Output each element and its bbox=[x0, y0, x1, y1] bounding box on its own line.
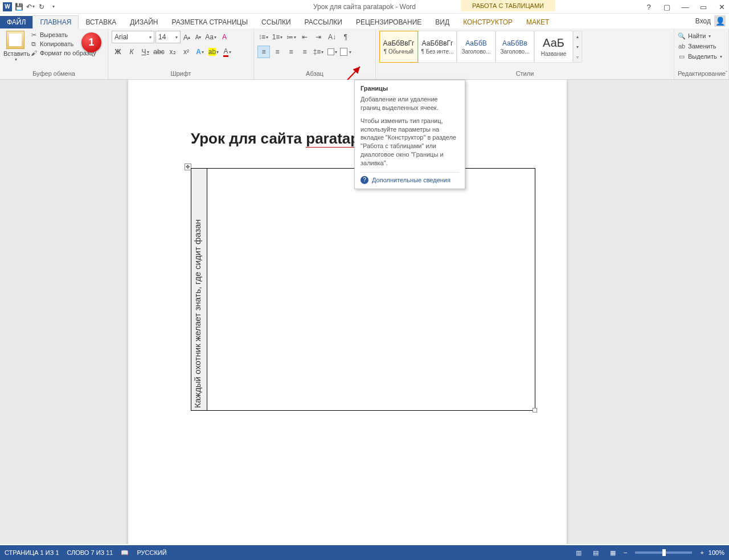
select-icon: ▭ bbox=[678, 52, 686, 60]
tab-references[interactable]: ССЫЛКИ bbox=[255, 16, 297, 28]
view-web-layout-icon[interactable]: ▦ bbox=[607, 547, 619, 558]
paste-button[interactable]: Вставить ▾ bbox=[3, 31, 27, 62]
zoom-level[interactable]: 100% bbox=[708, 549, 724, 556]
ribbon-display-icon[interactable]: ▢ bbox=[661, 1, 673, 13]
increase-indent-button[interactable]: ⇥ bbox=[312, 31, 325, 43]
word-app-icon: W bbox=[2, 2, 13, 12]
borders-button[interactable]: ▾ bbox=[339, 46, 352, 58]
clear-formatting-button[interactable]: A bbox=[218, 31, 231, 43]
zoom-out-button[interactable]: − bbox=[624, 549, 627, 556]
grow-font-button[interactable]: A▴ bbox=[182, 31, 192, 43]
tab-file[interactable]: ФАЙЛ bbox=[0, 16, 32, 28]
style-heading2[interactable]: АаБбВв Заголово... bbox=[495, 31, 534, 63]
style-heading1[interactable]: АаБбВ Заголово... bbox=[457, 31, 495, 63]
strikethrough-button[interactable]: abc bbox=[153, 46, 165, 58]
account-area: Вход 👤 bbox=[695, 15, 726, 27]
group-editing: 🔍Найти▾ abЗаменить ▭Выделить▾ Редактиров… bbox=[674, 28, 729, 79]
align-right-button[interactable]: ≡ bbox=[285, 46, 297, 58]
font-name-combobox[interactable]: Arial▾ bbox=[112, 31, 154, 43]
copy-icon: ⧉ bbox=[30, 40, 38, 48]
find-button[interactable]: 🔍Найти▾ bbox=[678, 31, 725, 41]
numbering-button[interactable]: 1≡▾ bbox=[271, 31, 284, 43]
tooltip-title: Границы bbox=[361, 85, 459, 92]
collapse-ribbon-icon[interactable]: ˆ bbox=[726, 71, 727, 77]
table-cell-1[interactable]: Каждый охотник желает знать, где сидит ф… bbox=[191, 169, 207, 410]
window-title: Урок для сайта paratapok - Word bbox=[0, 3, 729, 11]
subscript-button[interactable]: x₂ bbox=[166, 46, 179, 58]
minimize-icon[interactable]: — bbox=[679, 1, 691, 13]
align-center-button[interactable]: ≡ bbox=[271, 46, 284, 58]
redo-icon[interactable]: ↻ bbox=[36, 2, 47, 12]
window-controls: ? ▢ — ▭ ✕ bbox=[642, 0, 728, 14]
font-color-button[interactable]: A▾ bbox=[221, 46, 234, 58]
user-avatar-icon[interactable]: 👤 bbox=[714, 15, 726, 27]
maximize-icon[interactable]: ▭ bbox=[697, 1, 710, 13]
status-language[interactable]: РУССКИЙ bbox=[137, 549, 166, 556]
view-print-layout-icon[interactable]: ▤ bbox=[589, 547, 602, 558]
font-size-combobox[interactable]: 14▾ bbox=[155, 31, 181, 43]
tab-layout-table[interactable]: МАКЕТ bbox=[519, 16, 556, 28]
tab-review[interactable]: РЕЦЕНЗИРОВАНИЕ bbox=[349, 16, 428, 28]
style-no-spacing[interactable]: АаБбВвГг ¶ Без инте... bbox=[418, 31, 457, 63]
group-label-styles: Стили bbox=[379, 69, 670, 79]
help-icon[interactable]: ? bbox=[642, 1, 655, 13]
find-icon: 🔍 bbox=[678, 32, 686, 40]
bold-button[interactable]: Ж bbox=[112, 46, 124, 58]
status-proofing-icon[interactable]: 📖 bbox=[121, 549, 129, 557]
styles-up-icon[interactable]: ▴ bbox=[574, 31, 581, 42]
undo-icon[interactable]: ↶▾ bbox=[25, 2, 35, 12]
underline-button[interactable]: Ч▾ bbox=[139, 46, 151, 58]
table-tools-context-label: РАБОТА С ТАБЛИЦАМИ bbox=[461, 0, 555, 11]
shrink-font-button[interactable]: A▾ bbox=[193, 31, 203, 43]
sign-in-link[interactable]: Вход bbox=[695, 17, 711, 25]
title-bar: W 💾 ↶▾ ↻ ▾ Урок для сайта paratapok - Wo… bbox=[0, 0, 729, 14]
shading-button[interactable]: ▾ bbox=[326, 46, 338, 58]
tab-constructor[interactable]: КОНСТРУКТОР bbox=[456, 16, 519, 28]
document-table[interactable]: Каждый охотник желает знать, где сидит ф… bbox=[191, 168, 535, 411]
tooltip-more-link[interactable]: ? Дополнительные сведения bbox=[361, 172, 459, 184]
tab-home[interactable]: ГЛАВНАЯ bbox=[32, 15, 79, 29]
tab-insert[interactable]: ВСТАВКА bbox=[79, 16, 123, 28]
sort-button[interactable]: A↓ bbox=[326, 31, 338, 43]
qat-customize-icon[interactable]: ▾ bbox=[48, 2, 58, 12]
tab-design[interactable]: ДИЗАЙН bbox=[123, 16, 165, 28]
style-title[interactable]: АаБ Название bbox=[534, 31, 573, 63]
status-page[interactable]: СТРАНИЦА 1 ИЗ 1 bbox=[5, 549, 59, 556]
styles-more-icon[interactable]: ▿ bbox=[574, 52, 581, 62]
decrease-indent-button[interactable]: ⇤ bbox=[298, 31, 311, 43]
group-label-font: Шрифт bbox=[112, 69, 250, 79]
status-words[interactable]: СЛОВО 7 ИЗ 11 bbox=[67, 549, 113, 556]
italic-button[interactable]: К bbox=[125, 46, 138, 58]
tab-mailings[interactable]: РАССЫЛКИ bbox=[298, 16, 349, 28]
document-heading[interactable]: Урок для сайта paratapok bbox=[191, 130, 377, 148]
highlight-button[interactable]: ab▾ bbox=[207, 46, 220, 58]
table-resize-handle-icon[interactable] bbox=[533, 408, 537, 412]
group-styles: АаБбВвГг ¶ Обычный АаБбВвГг ¶ Без инте..… bbox=[376, 28, 674, 79]
group-font: Arial▾ 14▾ A▴ A▾ Aa▾ A Ж К Ч▾ abc x₂ x² … bbox=[108, 28, 254, 79]
borders-tooltip: Границы Добавление или удаление границ в… bbox=[354, 80, 465, 189]
save-icon[interactable]: 💾 bbox=[14, 2, 24, 12]
multilevel-list-button[interactable]: ≔▾ bbox=[285, 31, 297, 43]
style-normal[interactable]: АаБбВвГг ¶ Обычный bbox=[379, 31, 418, 63]
document-page[interactable]: Урок для сайта paratapok ✥ Каждый охотни… bbox=[128, 80, 567, 544]
text-effects-button[interactable]: A▾ bbox=[194, 46, 206, 58]
align-left-button[interactable]: ≡ bbox=[257, 46, 270, 58]
select-button[interactable]: ▭Выделить▾ bbox=[678, 51, 725, 62]
show-marks-button[interactable]: ¶ bbox=[339, 31, 352, 43]
change-case-button[interactable]: Aa▾ bbox=[204, 31, 217, 43]
zoom-in-button[interactable]: + bbox=[700, 549, 703, 556]
tab-view[interactable]: ВИД bbox=[428, 16, 456, 28]
replace-button[interactable]: abЗаменить bbox=[678, 41, 725, 51]
tab-page-layout[interactable]: РАЗМЕТКА СТРАНИЦЫ bbox=[165, 16, 255, 28]
zoom-slider[interactable] bbox=[635, 551, 692, 554]
bullets-button[interactable]: ⁝≡▾ bbox=[257, 31, 270, 43]
line-spacing-button[interactable]: ‡≡▾ bbox=[312, 46, 325, 58]
superscript-button[interactable]: x² bbox=[180, 46, 193, 58]
styles-down-icon[interactable]: ▾ bbox=[574, 42, 581, 52]
group-paragraph: ⁝≡▾ 1≡▾ ≔▾ ⇤ ⇥ A↓ ¶ ≡ ≡ ≡ ≡ ‡≡▾ ▾ ▾ Абза… bbox=[254, 28, 376, 79]
styles-gallery-scroll[interactable]: ▴ ▾ ▿ bbox=[573, 31, 582, 63]
justify-button[interactable]: ≡ bbox=[298, 46, 311, 58]
close-icon[interactable]: ✕ bbox=[715, 1, 728, 13]
help-circle-icon: ? bbox=[361, 176, 368, 184]
view-read-mode-icon[interactable]: ▥ bbox=[572, 547, 585, 558]
